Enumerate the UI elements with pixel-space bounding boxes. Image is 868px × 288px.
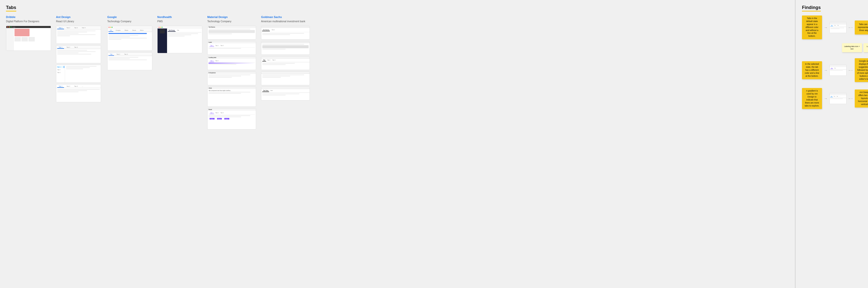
ant-screenshot-1: Tab 1 Tab 2 Tab 3 Tab 4 — [56, 26, 101, 44]
findings-title: Findings — [802, 5, 821, 11]
google-desc: Technology Company — [107, 20, 152, 23]
goldman-sachs-desc: American multinational investment bank — [261, 20, 310, 23]
finding-row-1: Tabs in the default state appear in a di… — [802, 15, 864, 39]
dribble-link[interactable]: Dribble — [6, 15, 51, 19]
nordhealth-screenshots: Tab Group Tab — [157, 26, 202, 53]
source-material-design: Material Design Technology Company Tab N… — [207, 15, 256, 129]
arrow-2: → — [824, 68, 828, 72]
nordhealth-desc: PMS — [157, 20, 202, 23]
finding-note-5: In the selected state, the tab has a dif… — [802, 61, 822, 79]
goldman-sachs-link[interactable]: Goldman Sachs — [261, 15, 310, 19]
goldman-sachs-screenshots: Tab Names Tab 2 — [261, 26, 310, 100]
gs-screenshot-5: Tab Strip Item — [261, 87, 310, 100]
material-design-link[interactable]: Material Design — [207, 15, 256, 19]
sources-row: Dribble Digital Platform For Designers L… — [6, 15, 786, 129]
ant-design-desc: React UI Library — [56, 20, 102, 23]
ant-screenshot-4: Tab 1 Tab 2 Tab 3 ... — [56, 84, 101, 102]
dashed-arrow-2: - - → — [848, 68, 853, 72]
finding-screenshot-1: Tab Tab Tab — [830, 22, 846, 33]
mat-screenshot-2: Label Tab 1 Tab 2 Tab 3 — [207, 41, 256, 55]
dribble-screenshots: Labels — [6, 26, 51, 51]
material-design-desc: Technology Company — [207, 20, 256, 23]
nordhealth-screenshot-1: Tab Group Tab — [157, 26, 202, 53]
divider — [795, 0, 796, 288]
google-screenshot-2: Tab Tab 2 Tab 3 — [107, 52, 152, 70]
finding-note-1: Tabs in the default state appear in a di… — [802, 15, 822, 39]
gs-screenshot-2 — [261, 41, 310, 55]
mat-screenshot-4: If dropdown — [207, 71, 256, 85]
findings-panel: Findings Tabs in the default state appea… — [798, 0, 868, 288]
source-google: Google Technology Company All Images Map… — [107, 15, 152, 70]
ant-screenshot-3: Tab 1 Tab 2 Tab 3 — [56, 65, 101, 83]
google-screenshots: All Images Maps News More — [107, 26, 152, 70]
finding-note-6: Google only displays five suggestions, f… — [855, 58, 868, 82]
finding-screenshot-2: Tab Tab — [830, 65, 846, 76]
finding-row-3: A gradient is used by Ant Design to indi… — [802, 88, 864, 109]
source-nordhealth: Nordhealth PMS — [157, 15, 202, 53]
source-ant-design: Ant Design React UI Library Tab 1 Tab 2 … — [56, 15, 102, 102]
nordhealth-link[interactable]: Nordhealth — [157, 15, 202, 19]
ant-screenshot-2: Tab 1 Tab 2 Tab 3 — [56, 45, 101, 63]
ant-design-link[interactable]: Ant Design — [56, 15, 102, 19]
dribble-desc: Digital Platform For Designers — [6, 20, 51, 23]
mat-screenshot-3: Loading tabs Tab 1 Tab 2 — [207, 56, 256, 70]
google-link[interactable]: Google — [107, 15, 152, 19]
google-screenshot-1: All Images Maps News More — [107, 26, 152, 51]
findings-flow: Tabs in the default state appear in a di… — [802, 15, 864, 109]
dribble-screenshot-1: Labels — [6, 26, 51, 51]
finding-note-9: Ant Design offers two tab layouts: horiz… — [855, 90, 868, 107]
source-dribble: Dribble Digital Platform For Designers L… — [6, 15, 51, 51]
arrow-1: → — [824, 26, 828, 30]
source-goldman-sachs: Goldman Sachs American multinational inv… — [261, 15, 310, 100]
finding-note-2: Tabs can be represented in three ways. — [855, 21, 868, 34]
mat-screenshot-1: Tab Names — [207, 26, 256, 39]
mat-screenshot-6: Detail Tab 1 Tab 2 Tab 3 — [207, 108, 256, 129]
finding-note-4: Labeling tabs text only — [864, 43, 868, 52]
finding-note-3: Labeling tabs icon + text — [842, 43, 862, 52]
gs-screenshot-3: Tab Tab 2 Tab 3 — [261, 56, 310, 70]
arrow-4: → — [824, 96, 828, 100]
mat-screenshot-5: Jonjo Tab component text that might over… — [207, 87, 256, 107]
ant-design-screenshots: Tab 1 Tab 2 Tab 3 Tab 4 — [56, 26, 102, 102]
finding-row-2: In the selected state, the tab has a dif… — [802, 58, 864, 82]
finding-screenshot-4: Tab Tab Tab ... — [830, 93, 846, 104]
page-title: Tabs — [6, 5, 16, 11]
main-content: Tabs Dribble Digital Platform For Design… — [0, 0, 793, 288]
finding-note-8: A gradient is used by Ant Design to indi… — [802, 88, 822, 109]
material-design-screenshots: Tab Names Label Tab 1 — [207, 26, 256, 129]
dashed-arrow-1: - - → — [848, 26, 853, 29]
dashed-arrow-3: - - → — [848, 97, 853, 100]
finding-row-sub1: Labeling tabs icon + text Labeling tabs … — [842, 43, 864, 52]
gs-screenshot-1: Tab Names Tab 2 — [261, 26, 310, 39]
gs-screenshot-4 — [261, 71, 310, 85]
